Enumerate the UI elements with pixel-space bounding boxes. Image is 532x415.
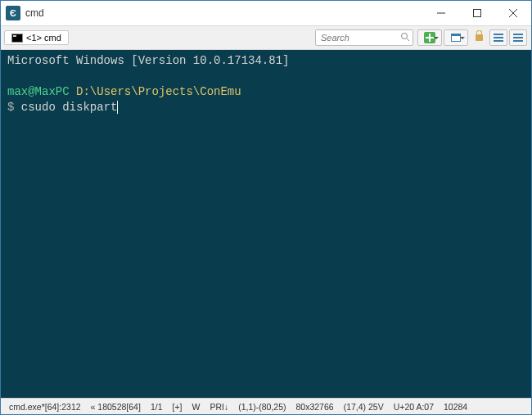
user-segment: max@MaxPC [7, 85, 70, 98]
new-console-button[interactable] [417, 29, 442, 46]
prompt-symbol: $ [7, 101, 21, 114]
titlebar: Є cmd [1, 1, 531, 25]
hamburger-icon [513, 34, 523, 42]
status-process: cmd.exe*[64]:2312 [4, 402, 86, 412]
svg-point-4 [402, 34, 408, 39]
search-wrapper [315, 29, 413, 46]
svg-line-5 [407, 38, 409, 41]
cursor [117, 101, 118, 114]
tab-label: <1> cmd [26, 33, 61, 43]
path-segment: D:\Users\Projects\ConEmu [76, 85, 241, 98]
blank-line [7, 69, 525, 84]
app-icon: Є [6, 6, 20, 20]
svg-rect-1 [474, 10, 481, 17]
list-button[interactable] [489, 29, 507, 46]
command-line: $ csudo diskpart [7, 100, 525, 115]
status-sel: (1,1)-(80,25) [233, 402, 291, 412]
toolbar: <1> cmd [1, 25, 531, 50]
status-enc: U+20 A:07 [389, 402, 439, 412]
status-pid: 10284 [439, 402, 472, 412]
close-button[interactable] [495, 1, 531, 25]
terminal[interactable]: Microsoft Windows [Version 10.0.17134.81… [1, 50, 531, 398]
lock-icon [476, 34, 483, 41]
window-controls [423, 1, 531, 25]
search-icon [400, 32, 410, 42]
status-wrap: W [187, 402, 205, 412]
status-page: 1/1 [146, 402, 168, 412]
tab-cmd[interactable]: <1> cmd [4, 30, 69, 45]
search-input[interactable] [315, 29, 413, 46]
statusbar: cmd.exe*[64]:2312 « 180528[64] 1/1 [+] W… [1, 398, 531, 414]
lock-button[interactable] [470, 29, 488, 46]
minimize-button[interactable] [423, 1, 459, 25]
window-title: cmd [25, 7, 423, 19]
console-icon [11, 34, 23, 43]
command-text: csudo diskpart [21, 101, 118, 114]
version-line: Microsoft Windows [Version 10.0.17134.81… [7, 53, 525, 69]
window-menu-button[interactable] [444, 29, 468, 46]
status-pri: PRI↓ [205, 402, 233, 412]
status-cursor: (17,4) 25V [339, 402, 389, 412]
maximize-button[interactable] [459, 1, 495, 25]
status-build: « 180528[64] [86, 402, 146, 412]
prompt-path-line: max@MaxPC D:\Users\Projects\ConEmu [7, 84, 525, 100]
list-icon [494, 34, 503, 42]
status-size: 80x32766 [291, 402, 339, 412]
plus-icon [424, 32, 435, 43]
window-icon [451, 34, 461, 42]
menu-button[interactable] [509, 29, 527, 46]
status-caps: [+] [167, 402, 187, 412]
